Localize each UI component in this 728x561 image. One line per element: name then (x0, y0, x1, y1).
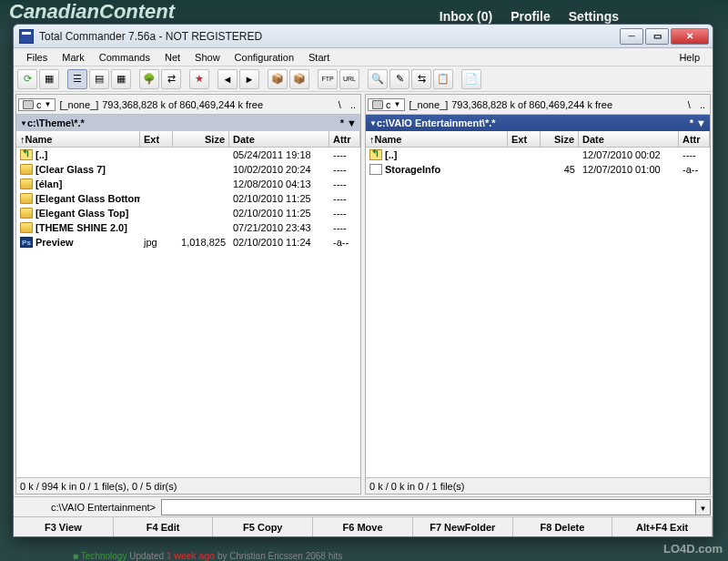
multirename-icon[interactable]: ✎ (389, 69, 410, 89)
col-attr[interactable]: Attr (329, 131, 360, 147)
right-free-space: 793,368,828 k of 860,469,244 k free (451, 99, 612, 110)
forward-icon[interactable]: ► (239, 69, 259, 89)
back-icon[interactable]: ◄ (217, 69, 238, 89)
tree-icon[interactable]: 🌳 (139, 69, 159, 89)
left-volume: [_none_] (59, 99, 98, 110)
menu-commands[interactable]: Commands (92, 50, 157, 65)
app-icon (19, 29, 34, 44)
col-size[interactable]: Size (173, 131, 229, 147)
notepad-icon[interactable]: 📄 (461, 69, 481, 89)
left-drive-select[interactable]: c ▼ (18, 98, 56, 111)
file-row[interactable]: [Elegant Glass Bottom]02/10/2010 11:25--… (16, 191, 360, 206)
right-root-button[interactable]: \ (685, 99, 693, 110)
altf4-exit-button[interactable]: Alt+F4 Exit (612, 517, 713, 536)
folder-icon (20, 208, 33, 219)
right-drive-select[interactable]: c ▼ (368, 98, 405, 111)
file-row[interactable]: [Elegant Glass Top]02/10/2010 11:25---- (16, 206, 360, 220)
file-row[interactable]: [..]12/07/2010 00:02---- (366, 148, 710, 162)
sync-icon[interactable]: ⇆ (411, 69, 431, 89)
search-icon[interactable]: 🔍 (368, 69, 388, 89)
left-column-headers: ↑Name Ext Size Date Attr (16, 131, 360, 148)
f3-view-button[interactable]: F3 View (14, 517, 114, 536)
right-volume: [_none_] (409, 99, 448, 110)
toolbar: ⟳ ▦ ☰ ▤ ▦ 🌳 ⇄ ★ ◄ ► 📦 📦 FTP URL 🔍 ✎ ⇆ 📋 … (14, 66, 713, 92)
unpack-icon[interactable]: 📦 (289, 69, 309, 89)
left-status: 0 k / 994 k in 0 / 1 file(s), 0 / 5 dir(… (16, 477, 360, 494)
file-icon (369, 164, 382, 175)
f5-copy-button[interactable]: F5 Copy (213, 517, 313, 536)
disk-icon (372, 100, 383, 109)
f7-newfolder-button[interactable]: F7 NewFolder (413, 517, 513, 536)
pack-icon[interactable]: 📦 (268, 69, 288, 89)
f6-move-button[interactable]: F6 Move (313, 517, 413, 536)
view-full-icon[interactable]: ▤ (89, 69, 109, 89)
menu-configuration[interactable]: Configuration (228, 50, 301, 65)
grid-icon[interactable]: ▦ (39, 69, 59, 89)
right-column-headers: ↑Name Ext Size Date Attr (366, 131, 710, 148)
left-free-space: 793,368,828 k of 860,469,244 k free (102, 99, 263, 110)
col-date[interactable]: Date (229, 131, 329, 147)
view-thumbs-icon[interactable]: ▦ (111, 69, 131, 89)
menu-help[interactable]: Help (672, 50, 707, 65)
menu-net[interactable]: Net (157, 50, 187, 65)
ps-icon: Ps (20, 237, 33, 248)
f8-delete-button[interactable]: F8 Delete (513, 517, 613, 536)
right-parent-button[interactable]: .. (697, 99, 708, 110)
left-panel: c ▼ [_none_] 793,368,828 k of 860,469,24… (15, 94, 361, 495)
f4-edit-button[interactable]: F4 Edit (114, 517, 214, 536)
view-brief-icon[interactable]: ☰ (67, 69, 87, 89)
close-button[interactable]: ✕ (671, 28, 709, 45)
menu-mark[interactable]: Mark (55, 50, 91, 65)
swap-icon[interactable]: ⇄ (161, 69, 181, 89)
folder-icon (20, 164, 33, 175)
ftp-icon[interactable]: FTP (318, 69, 338, 89)
col-ext[interactable]: Ext (508, 131, 541, 147)
col-size[interactable]: Size (541, 131, 579, 147)
page-footer: ■ Technology Updated 1 week ago by Chris… (73, 551, 342, 561)
up-icon (20, 149, 33, 160)
col-name[interactable]: ↑Name (366, 131, 508, 147)
col-date[interactable]: Date (579, 131, 679, 147)
right-drivebar: c ▼ [_none_] 793,368,828 k of 860,469,24… (366, 95, 710, 115)
app-window: Total Commander 7.56a - NOT REGISTERED ─… (13, 24, 713, 537)
folder-icon (20, 193, 33, 204)
copy-names-icon[interactable]: 📋 (433, 69, 453, 89)
nav-inbox[interactable]: Inbox (0) (440, 9, 492, 24)
file-row[interactable]: [THEME SHINE 2.0]07/21/2010 23:43---- (16, 220, 360, 235)
menu-start[interactable]: Start (301, 50, 337, 65)
right-path[interactable]: ▼c:\VAIO Entertainment\*.** ▼ (366, 115, 710, 131)
menu-files[interactable]: Files (19, 50, 55, 65)
file-row[interactable]: [Clear Glass 7]10/02/2010 20:24---- (16, 162, 360, 177)
command-line: c:\VAIO Entertainment> ▼ (14, 496, 713, 516)
window-title: Total Commander 7.56a - NOT REGISTERED (39, 30, 620, 43)
maximize-button[interactable]: ▭ (645, 28, 669, 45)
file-row[interactable]: StorageInfo4512/07/2010 01:00-a-- (366, 162, 710, 177)
file-row[interactable]: [élan]12/08/2010 04:13---- (16, 177, 360, 191)
minimize-button[interactable]: ─ (620, 28, 643, 45)
left-root-button[interactable]: \ (336, 99, 344, 110)
file-row[interactable]: [..]05/24/2011 19:18---- (16, 148, 360, 162)
col-name[interactable]: ↑Name (16, 131, 140, 147)
refresh-icon[interactable]: ⟳ (17, 69, 37, 89)
cmdline-history-button[interactable]: ▼ (696, 499, 711, 515)
left-parent-button[interactable]: .. (348, 99, 359, 110)
menu-show[interactable]: Show (187, 50, 228, 65)
titlebar[interactable]: Total Commander 7.56a - NOT REGISTERED ─… (14, 25, 713, 48)
nav-settings[interactable]: Settings (569, 9, 619, 24)
left-drivebar: c ▼ [_none_] 793,368,828 k of 860,469,24… (16, 95, 360, 115)
col-ext[interactable]: Ext (140, 131, 173, 147)
favorites-icon[interactable]: ★ (189, 69, 209, 89)
cmdline-prompt: c:\VAIO Entertainment> (15, 502, 161, 513)
left-path[interactable]: ▼c:\Theme\*.** ▼ (16, 115, 360, 131)
file-row[interactable]: PsPreviewjpg1,018,82502/10/2010 11:24-a-… (16, 235, 360, 250)
watermark: LO4D.com (663, 542, 723, 556)
cmdline-input[interactable] (161, 499, 696, 515)
function-key-bar: F3 View F4 Edit F5 Copy F6 Move F7 NewFo… (14, 516, 713, 536)
url-icon[interactable]: URL (339, 69, 359, 89)
left-file-list[interactable]: [..]05/24/2011 19:18----[Clear Glass 7]1… (16, 148, 360, 477)
folder-icon (20, 178, 33, 189)
nav-profile[interactable]: Profile (511, 9, 551, 24)
right-file-list[interactable]: [..]12/07/2010 00:02----StorageInfo4512/… (366, 148, 710, 477)
menubar: Files Mark Commands Net Show Configurati… (14, 48, 713, 66)
col-attr[interactable]: Attr (679, 131, 710, 147)
